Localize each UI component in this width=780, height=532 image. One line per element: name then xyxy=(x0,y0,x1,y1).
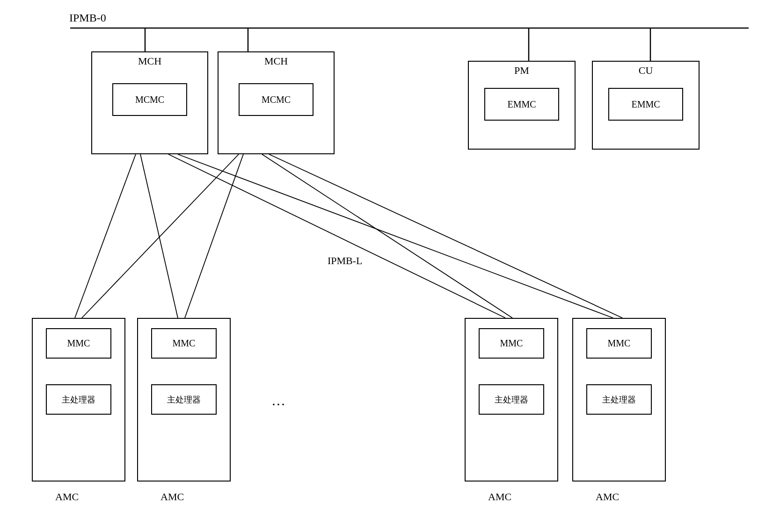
mmc1-box: MMC xyxy=(46,328,111,359)
ipmb0-label: IPMB-0 xyxy=(69,12,106,24)
amc3-box: MMC 主处理器 xyxy=(465,318,558,482)
amc1-box: MMC 主处理器 xyxy=(32,318,125,482)
svg-line-12 xyxy=(178,154,613,318)
mch2-label: MCH xyxy=(219,52,334,69)
svg-line-10 xyxy=(140,154,178,318)
amc2-label: AMC xyxy=(160,491,184,503)
amc3-label: AMC xyxy=(488,491,511,503)
cpu4-box: 主处理器 xyxy=(586,384,652,415)
mcmc1-label: MCMC xyxy=(135,94,164,105)
ellipsis-label: … xyxy=(271,393,287,409)
emmc2-box: EMMC xyxy=(608,88,683,121)
svg-line-11 xyxy=(168,154,505,318)
emmc1-box: EMMC xyxy=(484,88,559,121)
cpu1-label: 主处理器 xyxy=(62,394,95,405)
amc4-label: AMC xyxy=(596,491,619,503)
cpu3-box: 主处理器 xyxy=(479,384,544,415)
mcmc2-label: MCMC xyxy=(262,94,291,105)
cpu3-label: 主处理器 xyxy=(495,394,528,405)
amc2-box: MMC 主处理器 xyxy=(137,318,231,482)
mch1-box: MCH MCMC xyxy=(91,51,208,154)
pm-label: PM xyxy=(469,62,575,79)
cpu2-box: 主处理器 xyxy=(151,384,217,415)
svg-line-15 xyxy=(262,154,512,318)
amc4-box: MMC 主处理器 xyxy=(572,318,666,482)
svg-line-13 xyxy=(82,154,239,318)
mcmc1-box: MCMC xyxy=(112,83,187,116)
ipmbL-label: IPMB-L xyxy=(328,255,363,267)
svg-line-14 xyxy=(185,154,243,318)
mcmc2-box: MCMC xyxy=(239,83,313,116)
cpu2-label: 主处理器 xyxy=(167,394,201,405)
diagram: IPMB-0 IPMB-L MCH MCMC MCH MCMC PM EMMC … xyxy=(0,0,780,532)
cu-label: CU xyxy=(593,62,699,79)
cpu1-box: 主处理器 xyxy=(46,384,111,415)
mmc2-label: MMC xyxy=(173,338,196,349)
mmc2-box: MMC xyxy=(151,328,217,359)
mmc3-box: MMC xyxy=(479,328,544,359)
emmc1-label: EMMC xyxy=(507,99,536,110)
pm-box: PM EMMC xyxy=(468,61,576,150)
emmc2-label: EMMC xyxy=(631,99,660,110)
cpu4-label: 主处理器 xyxy=(602,394,636,405)
cu-box: CU EMMC xyxy=(592,61,700,150)
mch1-label: MCH xyxy=(92,52,207,69)
svg-line-16 xyxy=(269,154,622,318)
mmc1-label: MMC xyxy=(67,338,90,349)
mmc3-label: MMC xyxy=(500,338,523,349)
mch2-box: MCH MCMC xyxy=(218,51,335,154)
amc1-label: AMC xyxy=(55,491,79,503)
mmc4-label: MMC xyxy=(608,338,631,349)
mmc4-box: MMC xyxy=(586,328,652,359)
svg-line-9 xyxy=(75,154,136,318)
